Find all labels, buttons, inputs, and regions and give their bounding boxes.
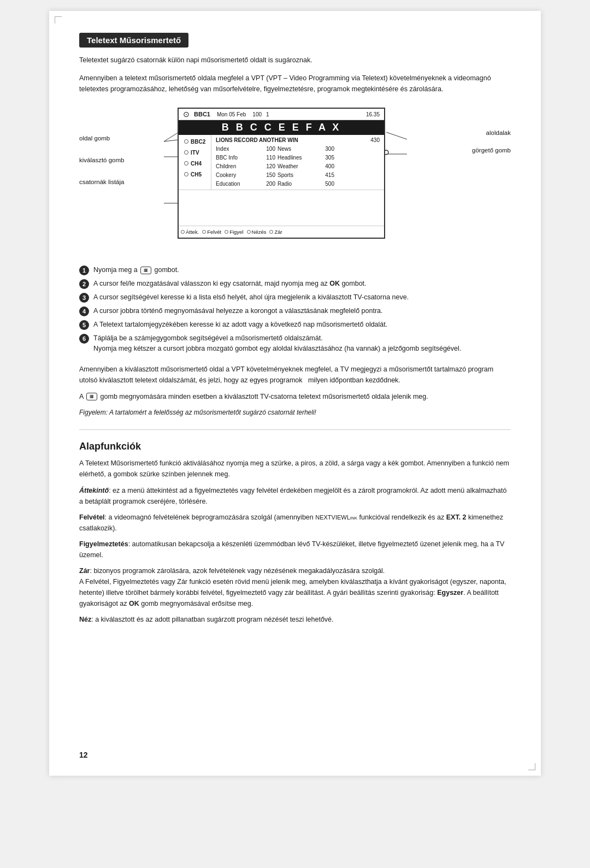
ok-bold: OK: [329, 280, 340, 287]
prog-row-5: Education 200 Radio 500: [216, 180, 380, 188]
zar-dot: [269, 230, 273, 234]
inst-3-text: A cursor segítségével keresse ki a lista…: [93, 292, 409, 303]
bottom-nezes: Nézés: [247, 229, 267, 235]
inst-1-text: Nyomja meg a ▦ gombot.: [93, 265, 179, 275]
instruction-2: 2 A cursor fel/le mozgatásával válasszon…: [79, 279, 511, 289]
diagram: oldal gomb kiválasztó gomb csatornák lis…: [79, 102, 511, 255]
itv-channel: ITV: [181, 147, 209, 158]
num-4: 4: [79, 306, 89, 316]
def-nez: Néz: a kiválasztott és az adott pillanat…: [79, 614, 511, 625]
instructions-list: 1 Nyomja meg a ▦ gombot. 2 A cursor fel/…: [79, 265, 511, 354]
page: Teletext Műsorismertető Teletextet sugár…: [49, 11, 541, 776]
nezes-dot: [247, 230, 251, 234]
felvet-label: Felvét: [207, 229, 221, 235]
prog-children: Children: [216, 162, 257, 171]
instruction-1: 1 Nyomja meg a ▦ gombot.: [79, 265, 511, 275]
prog-row-2: BBC Info 110 Headlines 305: [216, 153, 380, 162]
screen-header-left: ⊙ BBC1 Mon 05 Feb 100 1: [183, 110, 269, 119]
prog-sports: Sports: [278, 171, 316, 180]
bottom-attek: Áttek.: [181, 229, 199, 235]
subheading-intro: A Teletext Műsorismertető funkció aktivá…: [79, 458, 511, 480]
channel-bbc1: BBC1: [194, 111, 210, 117]
channel-names-col: BBC2 ITV CH4 CH5: [179, 135, 211, 190]
instruction-4: 4 A cursor jobbra történő megnyomásával …: [79, 306, 511, 316]
attek-label: Áttek.: [186, 229, 199, 235]
screen-header: ⊙ BBC1 Mon 05 Feb 100 1 16.35: [179, 109, 384, 120]
ext2: EXT. 2: [446, 513, 467, 521]
prog-bbcinfo: BBC Info: [216, 153, 257, 162]
def-term-felvetel: Felvétel: [79, 513, 105, 521]
instruction-5: 5 A Teletext tartalomjegyzékében keresse…: [79, 320, 511, 330]
inst-5-text: A Teletext tartalomjegyzékében keresse k…: [93, 320, 387, 330]
aloldalak-label: aloldalak: [486, 129, 511, 136]
section-divider: [79, 429, 511, 430]
bottom-figyel: Figyel: [225, 229, 243, 235]
prog-education: Education: [216, 180, 257, 188]
instruction-3: 3 A cursor segítségével keresse ki a lis…: [79, 292, 511, 303]
bbc2-name: BBC2: [191, 139, 207, 145]
zar-label: Zár: [274, 229, 282, 235]
def-term-attekinto: Áttekintő: [79, 487, 109, 494]
channel-indicator: ⊙: [183, 110, 190, 119]
nextviewlink: NEXTVIEWLink: [315, 514, 357, 521]
figyel-dot: [225, 230, 228, 234]
def-zar: Zár: bizonyos programok zárolására, azok…: [79, 565, 511, 609]
svg-line-3: [386, 132, 407, 139]
num-3: 3: [79, 293, 89, 303]
prog-row-0: LIONS RECORD ANOTHER WIN 430: [216, 136, 380, 145]
screen-time: 16.35: [366, 111, 380, 117]
screen-bottom: Áttek. Felvét Figyel Nézés Zár: [179, 226, 384, 238]
prog-120: 120: [259, 162, 275, 171]
prog-200: 200: [259, 180, 275, 188]
intro-para1: Teletextet sugárzó csatornák külön napi …: [79, 55, 511, 66]
prog-150: 150: [259, 171, 275, 180]
itv-dot: [184, 150, 188, 155]
screen-sub: 1: [266, 111, 269, 117]
prog-400: 400: [318, 162, 334, 171]
left-labels: oldal gomb kiválasztó gomb csatornák lis…: [79, 135, 124, 185]
nezes-label: Nézés: [252, 229, 267, 235]
num-1: 1: [79, 265, 89, 275]
screen-date: Mon 05 Feb: [217, 111, 246, 117]
screen-page: 100: [252, 111, 262, 117]
figyel-label: Figyel: [229, 229, 243, 235]
def-figyelmeztes: Figyelmeztetés: automatikusan bekapcsolj…: [79, 539, 511, 560]
itv-row: BBC2 ITV CH4 CH5: [179, 135, 384, 190]
inst-6-text: Táplálja be a számjegygombok segítségéve…: [93, 333, 461, 354]
ch5-dot: [184, 172, 188, 176]
bbc2-channel: BBC2: [181, 136, 209, 147]
oldal-gomb-label: oldal gomb: [79, 135, 124, 141]
section-title: Teletext Műsorismertető: [79, 33, 188, 48]
instruction-6: 6 Táplálja be a számjegygombok segítségé…: [79, 333, 511, 354]
ttx-icon-2: ▦: [86, 393, 97, 400]
subheading-alapfunkcio: Alapfunkciók: [79, 441, 511, 452]
attek-dot: [181, 230, 185, 234]
ch4-name: CH4: [191, 161, 207, 167]
svg-line-0: [164, 132, 179, 141]
def-term-zar: Zár: [79, 567, 90, 575]
prog-110: 110: [259, 153, 275, 162]
num-6: 6: [79, 334, 89, 344]
tv-screen: ⊙ BBC1 Mon 05 Feb 100 1 16.35 B B C C E …: [178, 108, 385, 239]
prog-weather: Weather: [278, 162, 316, 171]
csatornak-listaja-label: csatornák listája: [79, 179, 124, 185]
ok-bold-2: OK: [129, 600, 139, 607]
def-term-nez: Néz: [79, 616, 91, 623]
gorgeto-gomb-label: görgető gomb: [472, 147, 511, 153]
inst-4-text: A cursor jobbra történő megnyomásával he…: [93, 306, 382, 316]
ch5-channel: CH5: [181, 169, 209, 180]
prog-news: News: [278, 145, 316, 153]
num-2: 2: [79, 279, 89, 289]
kivalaszto-gomb-label: kiválasztó gomb: [79, 157, 124, 163]
felvet-dot: [202, 230, 206, 234]
bottom-felvet: Felvét: [202, 229, 221, 235]
itv-name: ITV: [191, 150, 207, 156]
bbc2-dot: [184, 139, 188, 144]
prog-headlines: Headlines: [278, 153, 316, 162]
prog-500: 500: [318, 180, 334, 188]
ch5-name: CH5: [191, 172, 207, 178]
prog-row-3: Children 120 Weather 400: [216, 162, 380, 171]
prog-index: Index: [216, 145, 257, 153]
ch4-dot: [184, 161, 188, 166]
body-para-1: Amennyiben a kiválasztott műsorismertető…: [79, 364, 511, 386]
